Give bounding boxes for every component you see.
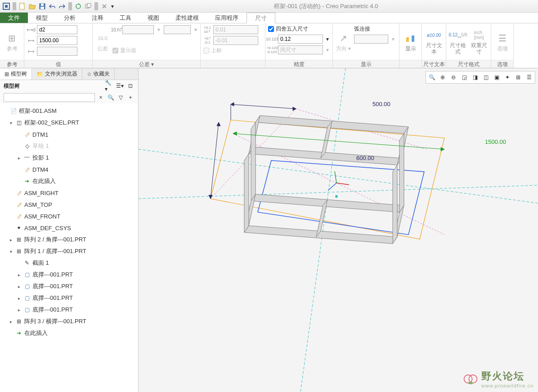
tree-root[interactable]: 📄框架-001.ASM [0, 105, 138, 117]
undo-icon[interactable] [48, 2, 57, 11]
tab-dimension[interactable]: 尺寸 [247, 13, 275, 23]
tree-asm-csys[interactable]: ✦ASM_DEF_CSYS [0, 222, 138, 234]
tree-dtm4[interactable]: DTM4 [0, 164, 138, 175]
tree-insert2[interactable]: ➜在此插入 [0, 327, 138, 339]
part-icon: ▢ [23, 306, 31, 313]
dim-name-input[interactable] [37, 25, 77, 34]
zoom-fit-icon[interactable]: 🔍 [427, 72, 437, 82]
tab-flex[interactable]: 柔性建模 [167, 13, 207, 23]
lower-tol-icon: +0.⁰-0.1 [203, 37, 211, 44]
dimtext-button[interactable]: ø10.00尺寸文本 [425, 25, 443, 58]
svg-marker-47 [441, 147, 444, 151]
tree-bottom4[interactable]: ▸▢底撑---001.PRT [0, 304, 138, 316]
tree-asm-front[interactable]: ASM_FRONT [0, 210, 138, 222]
clear-icon[interactable]: × [97, 94, 105, 102]
tab-tools[interactable]: 工具 [112, 13, 139, 23]
tree-asm-top[interactable]: ASM_TOP [0, 199, 138, 210]
dimformat-button[interactable]: 0.12↦ 5/8尺寸格式 [449, 25, 467, 58]
shading-icon[interactable]: ◨ [470, 72, 480, 82]
tree-pattern1[interactable]: ▾⊞阵列 1 / 底撑---001.PRT [0, 245, 138, 257]
sidepanel-tabs: ⊞模型树 📁文件夹浏览器 ☆收藏夹 [0, 68, 138, 80]
lower-tol-input [213, 36, 258, 45]
datum-display-icon[interactable]: ✦ [502, 72, 512, 82]
tree-bottom3[interactable]: ▸▢底撑---001.PRT [0, 292, 138, 304]
dimension-600[interactable]: 600.00 [356, 155, 374, 161]
tree-bottom2[interactable]: ▸▢底撑---001.PRT [0, 281, 138, 292]
svg-marker-24 [251, 194, 404, 212]
close-icon[interactable] [100, 2, 109, 11]
open-icon[interactable] [28, 2, 37, 11]
group-display: 显示 [333, 60, 399, 68]
part-icon: ▢ [23, 283, 31, 290]
zoom-out-icon[interactable]: ⊖ [448, 72, 458, 82]
repaint-icon[interactable]: ◲ [459, 72, 469, 82]
watermark-logo [462, 371, 479, 387]
app-icon[interactable] [2, 2, 11, 11]
new-icon[interactable] [18, 2, 27, 11]
tree-bottom1[interactable]: ▸▢底撑---001.PRT [0, 269, 138, 281]
tree-display-icon[interactable]: ☰▾ [116, 82, 124, 90]
binoculars-icon[interactable]: 🔍 [107, 94, 115, 102]
save-icon[interactable] [38, 2, 47, 11]
precision-input[interactable] [278, 35, 323, 44]
dimension-1500[interactable]: 1500.00 [485, 138, 506, 145]
options-button: ☰选项 [494, 25, 511, 58]
precision-icon: 10.123 [268, 36, 276, 43]
saved-views-icon[interactable]: ◫ [481, 72, 491, 82]
round-check[interactable]: 四舍五入尺寸 [268, 25, 330, 33]
filter-icon[interactable]: ▽ [117, 94, 125, 102]
assembly-icon: 📄 [10, 107, 17, 115]
sketch-icon: ◇ [23, 143, 31, 150]
chevron-down-icon[interactable]: ▾ [110, 2, 115, 11]
tab-annotate[interactable]: 注释 [84, 13, 112, 23]
svg-marker-30 [399, 134, 404, 212]
tree-pattern2[interactable]: ▸⊞阵列 2 / 角撑---001.PRT [0, 234, 138, 245]
sptab-favorites[interactable]: ☆收藏夹 [82, 68, 115, 80]
tab-model[interactable]: 模型 [28, 13, 56, 23]
tree-proj1[interactable]: ▸〰投影 1 [0, 152, 138, 164]
datum-plane-icon [15, 201, 22, 208]
annotation-icon[interactable]: ⊞ [513, 72, 523, 82]
svg-marker-39 [293, 107, 296, 111]
tree-dtm1[interactable]: DTM1 [0, 129, 138, 140]
viewport[interactable]: 500.00 600.00 1500.00 草绘 1 🔍 ⊕ ⊖ ◲ ◨ ◫ ▣… [139, 68, 538, 392]
tree-search-input[interactable] [4, 93, 95, 102]
show-button[interactable]: 显示 [402, 25, 419, 58]
tab-view[interactable]: 视图 [139, 13, 167, 23]
dim-override-input [37, 47, 77, 56]
csys-icon: ✦ [15, 224, 22, 232]
precision-dropdown[interactable]: ▾ [325, 36, 330, 42]
layers-icon[interactable]: ☰ [524, 72, 534, 82]
svg-marker-19 [256, 116, 408, 134]
tree-pattern3[interactable]: ▸⊞阵列 3 / 横撑---001.PRT [0, 316, 138, 327]
direction-button: ↗方向 ▾ [336, 25, 351, 58]
svg-line-45 [233, 134, 444, 149]
dimension-500[interactable]: 500.00 [372, 101, 390, 107]
tree-skel[interactable]: ▾◫框架-002_SKEL.PRT [0, 117, 138, 129]
zoom-in-icon[interactable]: ⊕ [438, 72, 448, 82]
tab-analysis[interactable]: 分析 [56, 13, 84, 23]
tree-insert1[interactable]: ➜在此插入 [0, 175, 138, 187]
tol-class-icon: 10.h7 [112, 26, 121, 33]
tree-sketch1[interactable]: ◇草绘 1 [0, 140, 138, 152]
windows-icon[interactable] [84, 2, 93, 11]
svg-marker-44 [209, 195, 212, 199]
upper-tol-icon: +0.110.⁰ [203, 26, 211, 33]
tree-asm-right[interactable]: ASM_RIGHT [0, 187, 138, 199]
tree-settings-icon[interactable]: 🔧▾ [105, 82, 113, 90]
dim-value-input[interactable] [37, 36, 77, 45]
redo-icon[interactable] [58, 2, 67, 11]
tab-app[interactable]: 应用程序 [207, 13, 247, 23]
sptab-modeltree[interactable]: ⊞模型树 [0, 68, 32, 80]
tree-expand-icon[interactable]: ⊡ [126, 82, 134, 90]
tab-file[interactable]: 文件 [0, 13, 28, 23]
tree-section1[interactable]: ✎截面 1 [0, 257, 138, 269]
group-show [399, 60, 421, 68]
perspective-icon[interactable]: ▣ [492, 72, 502, 82]
add-icon[interactable]: + [126, 94, 134, 102]
dualdim-button[interactable]: inch [mm]双重尺寸 [470, 25, 489, 58]
projection-icon: 〰 [23, 154, 31, 161]
sptab-folder[interactable]: 📁文件夹浏览器 [32, 68, 82, 80]
superscript-check: 上标 [203, 47, 258, 54]
regenerate-icon[interactable] [74, 2, 83, 11]
